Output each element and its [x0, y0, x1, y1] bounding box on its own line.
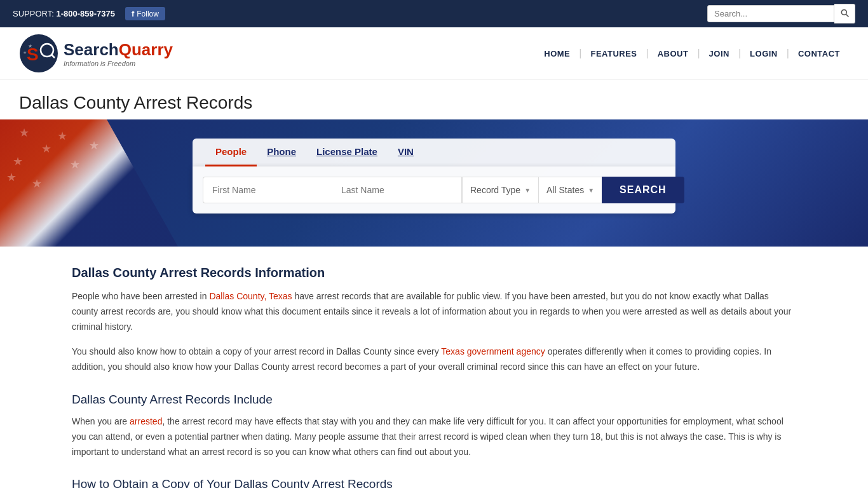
section1-title: Dallas County Arrest Records Information	[72, 266, 796, 280]
nav-about[interactable]: ABOUT	[649, 49, 698, 58]
page-title: Dallas County Arrest Records	[19, 93, 849, 113]
top-bar: SUPPORT: 1-800-859-7375 f Follow	[0, 0, 868, 27]
nav-login[interactable]: LOGIN	[741, 49, 787, 58]
section2-p1-before: When you are	[72, 416, 130, 426]
facebook-follow-button[interactable]: f Follow	[125, 7, 165, 20]
section2-title: Dallas County Arrest Records Include	[72, 393, 796, 407]
star-7: ★	[32, 177, 42, 191]
nav-join[interactable]: JOIN	[700, 49, 738, 58]
header-search-area	[707, 4, 855, 24]
site-logo[interactable]: S ★ ★ SearchQuarry Information is Freedo…	[19, 34, 173, 73]
hero-banner: ★ ★ ★ ★ ★ ★ ★ ★ People Phone License Pla…	[0, 119, 868, 247]
follow-label: Follow	[137, 10, 159, 18]
last-name-input[interactable]	[332, 177, 462, 203]
section3-title: How to Obtain a Copy of Your Dallas Coun…	[72, 477, 796, 488]
record-type-dropdown[interactable]: Record Type ▼	[462, 177, 538, 203]
search-widget: People Phone License Plate VIN Record Ty…	[193, 139, 675, 214]
header-search-input[interactable]	[707, 5, 834, 22]
texas-govt-agency-link[interactable]: Texas government agency	[441, 346, 545, 356]
record-type-chevron: ▼	[524, 187, 531, 194]
nav-home[interactable]: HOME	[535, 49, 579, 58]
logo-name: SearchQuarry	[64, 40, 173, 60]
facebook-icon: f	[132, 9, 134, 18]
star-5: ★	[6, 170, 17, 184]
star-1: ★	[19, 126, 29, 140]
star-8: ★	[89, 139, 99, 152]
tab-phone[interactable]: Phone	[257, 139, 306, 166]
section1-paragraph1: People who have been arrested in Dallas …	[72, 289, 796, 334]
search-button[interactable]: SEARCH	[602, 177, 684, 203]
section2-p1-after: , the arrest record may have effects tha…	[72, 416, 783, 457]
main-content: Dallas County Arrest Records Information…	[53, 247, 815, 488]
logo-tagline: Information is Freedom	[64, 60, 173, 67]
logo-text: SearchQuarry Information is Freedom	[64, 40, 173, 67]
site-header: S ★ ★ SearchQuarry Information is Freedo…	[0, 27, 868, 80]
page-title-area: Dallas County Arrest Records	[0, 80, 868, 119]
star-4: ★	[57, 129, 67, 143]
svg-text:★: ★	[23, 50, 27, 55]
all-states-chevron: ▼	[588, 187, 594, 194]
all-states-label: All States	[546, 185, 584, 195]
main-nav: HOME | FEATURES | ABOUT | JOIN | LOGIN |…	[535, 48, 849, 59]
all-states-dropdown[interactable]: All States ▼	[538, 177, 602, 203]
section1-paragraph2: You should also know how to obtain a cop…	[72, 344, 796, 375]
search-form: Record Type ▼ All States ▼ SEARCH	[193, 166, 675, 214]
first-name-input[interactable]	[203, 177, 332, 203]
section1-p1-before: People who have been arrested in	[72, 291, 209, 301]
star-2: ★	[41, 142, 51, 156]
logo-name-part2: Quarry	[119, 40, 173, 59]
search-icon	[839, 8, 850, 18]
section2-paragraph1: When you are arrested, the arrest record…	[72, 414, 796, 459]
tab-license-plate[interactable]: License Plate	[306, 139, 388, 166]
record-type-label: Record Type	[470, 185, 520, 195]
support-label: SUPPORT: 1-800-859-7375	[13, 9, 115, 18]
tab-people[interactable]: People	[205, 139, 257, 166]
logo-icon: S ★ ★	[19, 34, 58, 73]
search-tabs: People Phone License Plate VIN	[193, 139, 675, 166]
arrested-link[interactable]: arrested	[130, 416, 162, 426]
svg-text:★: ★	[28, 43, 32, 49]
star-6: ★	[70, 158, 80, 172]
header-search-button[interactable]	[834, 4, 855, 24]
tab-vin[interactable]: VIN	[388, 139, 424, 166]
dallas-county-texas-link[interactable]: Dallas County, Texas	[209, 291, 292, 301]
nav-contact[interactable]: CONTACT	[789, 49, 849, 58]
section1-p2-before: You should also know how to obtain a cop…	[72, 346, 441, 356]
nav-features[interactable]: FEATURES	[581, 49, 646, 58]
logo-name-part1: Search	[64, 40, 119, 59]
star-3: ★	[13, 154, 23, 168]
support-phone: 1-800-859-7375	[56, 9, 115, 18]
